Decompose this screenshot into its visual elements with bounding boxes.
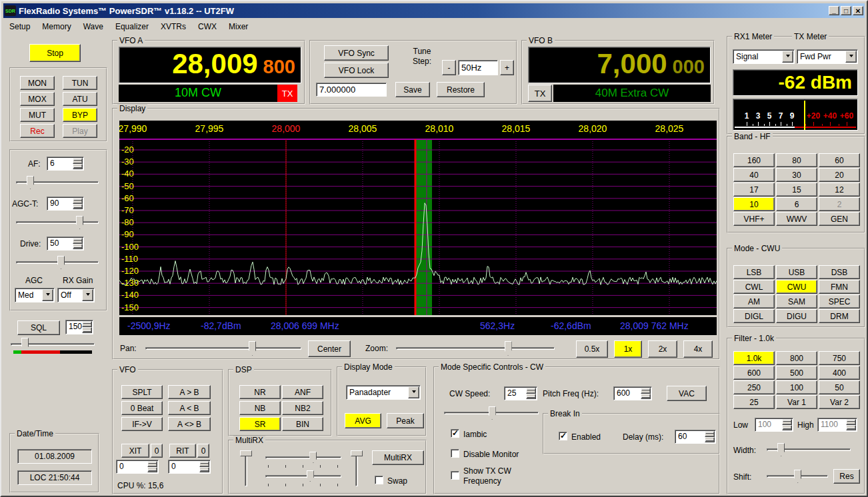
dsp-button-sr[interactable]: SR xyxy=(239,417,281,431)
swap-checkbox[interactable] xyxy=(375,476,383,484)
band-button-40[interactable]: 40 xyxy=(733,168,775,182)
menu-item-cwx[interactable]: CWX xyxy=(192,21,223,33)
pan-slider[interactable] xyxy=(144,341,303,356)
filter-button-var-1[interactable]: Var 1 xyxy=(776,395,817,409)
tune-step-value[interactable]: 50Hz xyxy=(458,60,498,75)
vfo-a-frequency-display[interactable]: 28,009800 xyxy=(119,47,301,83)
left-button-tun[interactable]: TUN xyxy=(63,76,97,90)
rxgain-select[interactable]: Off xyxy=(57,288,95,302)
title-bar[interactable]: SDR FlexRadio Systems™ PowerSDR™ v1.18.2… xyxy=(3,3,865,18)
filter-button-1.0k[interactable]: 1.0k xyxy=(733,351,775,365)
vfo-button-a-b[interactable]: A > B xyxy=(168,385,211,399)
menu-item-equalizer[interactable]: Equalizer xyxy=(109,21,155,33)
memory-frequency-field[interactable]: 7.000000 xyxy=(316,83,387,97)
multirx-pan-slider-2[interactable] xyxy=(264,470,343,482)
band-button-gen[interactable]: GEN xyxy=(819,212,860,226)
filter-button-750[interactable]: 750 xyxy=(819,351,860,365)
stop-button[interactable]: Stop xyxy=(29,44,81,62)
band-button-30[interactable]: 30 xyxy=(776,168,817,182)
filter-button-400[interactable]: 400 xyxy=(819,366,860,380)
vfo-button-splt[interactable]: SPLT xyxy=(121,385,163,399)
filter-high-spinner[interactable]: 1100 xyxy=(817,418,857,432)
multirx-vslider-2[interactable] xyxy=(351,449,363,488)
band-button-12[interactable]: 12 xyxy=(819,183,860,197)
tx-meter-select[interactable]: Fwd Pwr xyxy=(797,49,858,64)
left-button-atu[interactable]: ATU xyxy=(63,92,97,106)
chevron-down-icon[interactable] xyxy=(82,289,93,301)
band-button-6[interactable]: 6 xyxy=(776,197,817,211)
sql-spinner[interactable]: 150 xyxy=(65,320,93,334)
left-button-rec[interactable]: Rec xyxy=(20,124,55,138)
res-button[interactable]: Res xyxy=(833,469,860,484)
band-button-17[interactable]: 17 xyxy=(733,183,775,197)
close-button-icon[interactable]: ✕ xyxy=(853,6,863,15)
vfo-button-0-beat[interactable]: 0 Beat xyxy=(121,401,163,415)
band-button-20[interactable]: 20 xyxy=(819,168,860,182)
band-button-160[interactable]: 160 xyxy=(733,153,775,167)
menu-item-wave[interactable]: Wave xyxy=(77,21,109,33)
left-button-mox[interactable]: MOX xyxy=(20,92,55,106)
dsp-button-bin[interactable]: BIN xyxy=(282,417,323,431)
tune-step-plus-button[interactable]: + xyxy=(500,60,514,75)
band-button-15[interactable]: 15 xyxy=(776,183,817,197)
disable-monitor-checkbox[interactable] xyxy=(451,449,459,458)
chevron-down-icon[interactable] xyxy=(42,289,53,301)
band-button-wwv[interactable]: WWV xyxy=(776,212,817,226)
menu-item-xvtrs[interactable]: XVTRs xyxy=(155,21,192,33)
mode-button-dsb[interactable]: DSB xyxy=(819,265,860,279)
vfo-a-tx-indicator[interactable]: TX xyxy=(277,85,297,102)
zoom-button-1x[interactable]: 1x xyxy=(614,340,642,358)
show-tx-cw-checkbox[interactable] xyxy=(451,471,459,480)
cw-speed-slider[interactable] xyxy=(443,406,540,420)
af-slider[interactable] xyxy=(15,176,100,189)
rx-meter-select[interactable]: Signal xyxy=(733,49,795,64)
af-spinner[interactable]: 6 xyxy=(47,157,84,171)
zoom-button-2x[interactable]: 2x xyxy=(648,340,677,358)
mode-button-lsb[interactable]: LSB xyxy=(733,265,775,279)
mode-button-usb[interactable]: USB xyxy=(776,265,817,279)
multirx-vslider-1[interactable] xyxy=(240,449,252,488)
mode-button-spec[interactable]: SPEC xyxy=(819,294,860,308)
band-button-vhf+[interactable]: VHF+ xyxy=(733,212,775,226)
band-button-80[interactable]: 80 xyxy=(776,153,817,167)
left-button-mut[interactable]: MUT xyxy=(20,108,55,122)
band-button-60[interactable]: 60 xyxy=(819,153,860,167)
avg-button[interactable]: AVG xyxy=(345,413,381,428)
rit-button[interactable]: RIT xyxy=(169,444,196,458)
center-button[interactable]: Center xyxy=(308,340,351,357)
vfo-b-frequency-display[interactable]: 7,000000 xyxy=(528,47,711,83)
mode-button-digl[interactable]: DIGL xyxy=(733,309,775,323)
agct-slider[interactable] xyxy=(15,216,100,229)
menu-item-setup[interactable]: Setup xyxy=(3,21,36,33)
save-button[interactable]: Save xyxy=(395,82,430,97)
cw-speed-spinner[interactable]: 25 xyxy=(504,386,537,400)
mode-button-cwu[interactable]: CWU xyxy=(776,280,817,294)
agc-select[interactable]: Med xyxy=(15,288,55,302)
zoom-button-4x[interactable]: 4x xyxy=(683,340,713,358)
filter-button-800[interactable]: 800 xyxy=(776,351,817,365)
xit-zero-button[interactable]: 0 xyxy=(151,444,163,458)
mode-button-fmn[interactable]: FMN xyxy=(819,280,860,294)
vfo-b-tx-button[interactable]: TX xyxy=(528,85,552,102)
mode-button-digu[interactable]: DIGU xyxy=(776,309,817,323)
tune-step-minus-button[interactable]: - xyxy=(442,60,456,75)
multirx-button[interactable]: MultiRX xyxy=(372,450,424,465)
agct-spinner[interactable]: 90 xyxy=(47,197,84,211)
filter-width-slider[interactable] xyxy=(765,443,852,456)
restore-button[interactable]: Restore xyxy=(437,82,485,97)
zoom-button-0.5x[interactable]: 0.5x xyxy=(576,340,608,358)
menu-item-memory[interactable]: Memory xyxy=(36,21,77,33)
xit-button[interactable]: XIT xyxy=(121,444,149,458)
dsp-button-nb[interactable]: NB xyxy=(239,401,281,415)
dsp-button-nb2[interactable]: NB2 xyxy=(282,401,323,415)
break-in-enabled-checkbox[interactable] xyxy=(559,432,567,440)
chevron-down-icon[interactable] xyxy=(845,51,857,63)
left-button-mon[interactable]: MON xyxy=(20,76,55,90)
filter-button-50[interactable]: 50 xyxy=(819,380,860,394)
zoom-slider[interactable] xyxy=(395,341,556,356)
filter-button-100[interactable]: 100 xyxy=(776,380,817,394)
band-button-10[interactable]: 10 xyxy=(733,197,775,211)
drive-spinner[interactable]: 50 xyxy=(47,237,84,250)
vfo-button-a-b[interactable]: A <> B xyxy=(168,417,211,431)
filter-button-25[interactable]: 25 xyxy=(733,395,775,409)
